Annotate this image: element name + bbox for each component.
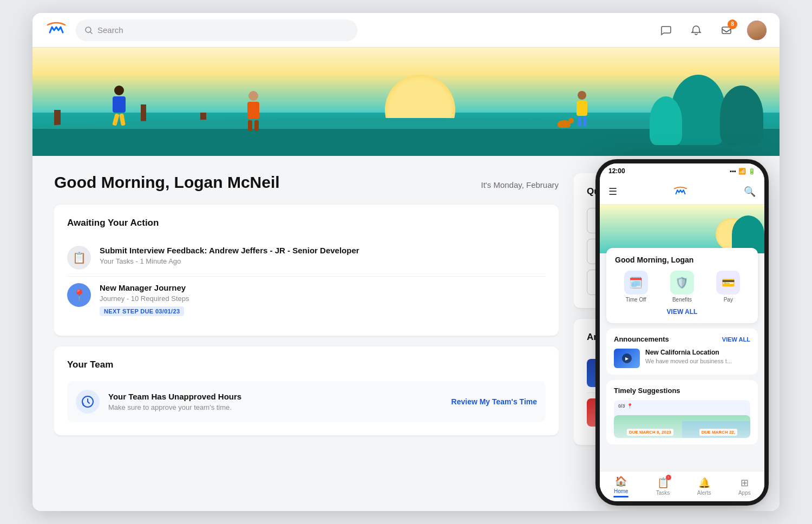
phone-icon-benefits[interactable]: 🛡️ Benefits <box>670 271 694 303</box>
phone-suggestions-title: Timely Suggestions <box>614 387 750 395</box>
team-item-text: Your Team Has Unapproved Hours Make sure… <box>108 392 241 411</box>
action-item-journey-content: New Manager Journey Journey - 10 Require… <box>100 283 189 316</box>
svg-point-5 <box>673 184 688 199</box>
team-clock-icon <box>76 390 100 414</box>
inbox-badge: 8 <box>728 19 737 29</box>
your-team-title: Your Team <box>67 359 546 370</box>
phone-greeting-text: Good Morning, Logan <box>615 256 749 264</box>
inbox-button[interactable]: 8 <box>717 21 736 40</box>
action-item-content: Submit Interview Feedback: Andrew Jeffer… <box>100 246 359 268</box>
phone-quick-icons: 🗓️ Time Off 🛡️ Benefits 💳 Pay <box>615 271 749 303</box>
home-underline <box>613 496 628 497</box>
phone-icon-timeoff[interactable]: 🗓️ Time Off <box>624 271 648 303</box>
action-item-sub: Your Tasks - 1 Minute Ago <box>100 257 359 265</box>
phone-ann-item-title: New California Location <box>645 349 732 356</box>
phone-nav-tasks[interactable]: 📋 ! Tasks <box>656 477 670 496</box>
svg-point-0 <box>45 18 67 40</box>
phone-ann-header: Announcements VIEW ALL <box>614 335 750 343</box>
phone-nav-home[interactable]: 🏠 Home <box>613 475 628 497</box>
pay-label: Pay <box>724 297 733 303</box>
phone-ann-item-1[interactable]: ▶ New California Location We have moved … <box>614 349 750 368</box>
phone-nav-apps[interactable]: ⊞ Apps <box>738 477 751 496</box>
tasks-icon: 📋 ! <box>657 477 669 489</box>
phone-icon-pay[interactable]: 💳 Pay <box>716 271 740 303</box>
action-icon-location: 📍 <box>67 283 91 307</box>
search-placeholder-text: Search <box>97 25 123 35</box>
progress-indicator: 0/3 📍 <box>618 403 633 409</box>
phone-play-icon: ▶ <box>622 353 632 363</box>
awaiting-action-card: Awaiting Your Action 📋 Submit Interview … <box>54 205 559 336</box>
alerts-label: Alerts <box>697 490 711 496</box>
hamburger-icon[interactable]: ☰ <box>608 186 617 198</box>
due-tags: DUE MARCH 8, 2023 DUE MARCH 22, <box>614 429 750 436</box>
signal-icon: ▪▪▪ <box>730 168 736 174</box>
top-nav: Search 8 <box>32 13 780 48</box>
action-item-journey-title: New Manager Journey <box>100 283 189 292</box>
home-icon: 🏠 <box>615 475 627 487</box>
pay-icon-box: 💳 <box>716 271 740 294</box>
action-item[interactable]: 📋 Submit Interview Feedback: Andrew Jeff… <box>67 239 546 277</box>
hero-figure-3 <box>568 91 595 134</box>
date-text: It's Monday, February <box>481 180 559 189</box>
phone-ann-title: Announcements <box>614 335 669 343</box>
phone-greeting-card: Good Morning, Logan 🗓️ Time Off 🛡️ Benef… <box>606 248 758 323</box>
timeoff-label: Time Off <box>626 297 646 303</box>
hero-banner <box>32 48 780 156</box>
desktop-app: Search 8 <box>32 13 780 511</box>
phone-logo <box>673 184 688 199</box>
search-bar[interactable]: Search <box>76 19 357 41</box>
chat-button[interactable] <box>656 21 676 40</box>
search-icon <box>84 26 93 35</box>
phone-view-all-link[interactable]: VIEW ALL <box>615 308 749 316</box>
phone-ann-thumb-1: ▶ <box>614 349 640 368</box>
notifications-button[interactable] <box>686 21 706 40</box>
left-column: Good Morning, Logan McNeil It's Monday, … <box>54 173 559 498</box>
battery-icon: 🔋 <box>748 168 756 175</box>
phone-announcements-section: Announcements VIEW ALL ▶ New California … <box>606 329 758 375</box>
benefits-icon-box: 🛡️ <box>670 271 694 294</box>
due-badge: NEXT STEP DUE 03/01/23 <box>100 306 184 316</box>
user-avatar[interactable] <box>747 21 767 40</box>
team-item-title: Your Team Has Unapproved Hours <box>108 392 241 401</box>
hero-figure-1 <box>103 86 135 134</box>
team-item-sub: Make sure to approve your team's time. <box>108 403 241 411</box>
wifi-icon: 📶 <box>738 168 746 175</box>
your-team-card: Your Team Your Team Has Unapproved Hours <box>54 346 559 435</box>
action-item-journey-sub: Journey - 10 Required Steps <box>100 294 189 303</box>
timeoff-icon-box: 🗓️ <box>624 271 648 294</box>
alerts-icon: 🔔 <box>698 477 710 489</box>
due-tag-2: DUE MARCH 22, <box>699 429 737 436</box>
review-time-link[interactable]: Review My Team's Time <box>451 397 537 406</box>
phone-ann-content-1: New California Location We have moved ou… <box>645 349 732 365</box>
benefits-label: Benefits <box>672 297 692 303</box>
action-item-journey[interactable]: 📍 New Manager Journey Journey - 10 Requi… <box>67 277 546 323</box>
svg-line-2 <box>90 32 92 34</box>
tasks-label: Tasks <box>656 490 670 496</box>
due-tag-1: DUE MARCH 8, 2023 <box>627 429 673 436</box>
greeting-text: Good Morning, Logan McNeil <box>54 173 280 192</box>
apps-label: Apps <box>738 490 751 496</box>
phone-ann-item-desc: We have moved our business t... <box>645 357 732 365</box>
apps-icon: ⊞ <box>741 477 749 489</box>
action-item-title: Submit Interview Feedback: Andrew Jeffer… <box>100 246 359 255</box>
awaiting-action-title: Awaiting Your Action <box>67 218 546 228</box>
phone-body: Good Morning, Logan 🗓️ Time Off 🛡️ Benef… <box>600 205 764 471</box>
hero-dog <box>558 120 574 128</box>
mobile-phone-overlay: 12:00 ▪▪▪ 📶 🔋 ☰ 🔍 <box>595 159 769 506</box>
phone-hero <box>600 205 764 253</box>
home-label: Home <box>614 488 628 494</box>
phone-suggestions-section: Timely Suggestions 0/3 📍 DUE MARCH 8, 20… <box>606 380 758 444</box>
workday-logo[interactable] <box>45 18 67 42</box>
nav-right: 8 <box>656 21 767 40</box>
phone-search-icon[interactable]: 🔍 <box>744 186 756 198</box>
hero-figure-2 <box>238 91 268 137</box>
phone-ann-view-all[interactable]: VIEW ALL <box>722 336 750 343</box>
phone-bottom-nav: 🏠 Home 📋 ! Tasks 🔔 Alerts ⊞ Apps <box>600 471 764 501</box>
phone-suggestions-chart: 0/3 📍 DUE MARCH 8, 2023 DUE MARCH 22, <box>614 400 750 438</box>
greeting-row: Good Morning, Logan McNeil It's Monday, … <box>54 173 559 192</box>
phone-nav-alerts[interactable]: 🔔 Alerts <box>697 477 711 496</box>
phone-status-icons: ▪▪▪ 📶 🔋 <box>730 168 756 175</box>
phone-nav-bar: ☰ 🔍 <box>600 179 764 205</box>
team-item: Your Team Has Unapproved Hours Make sure… <box>67 381 546 422</box>
phone-time: 12:00 <box>608 167 625 175</box>
